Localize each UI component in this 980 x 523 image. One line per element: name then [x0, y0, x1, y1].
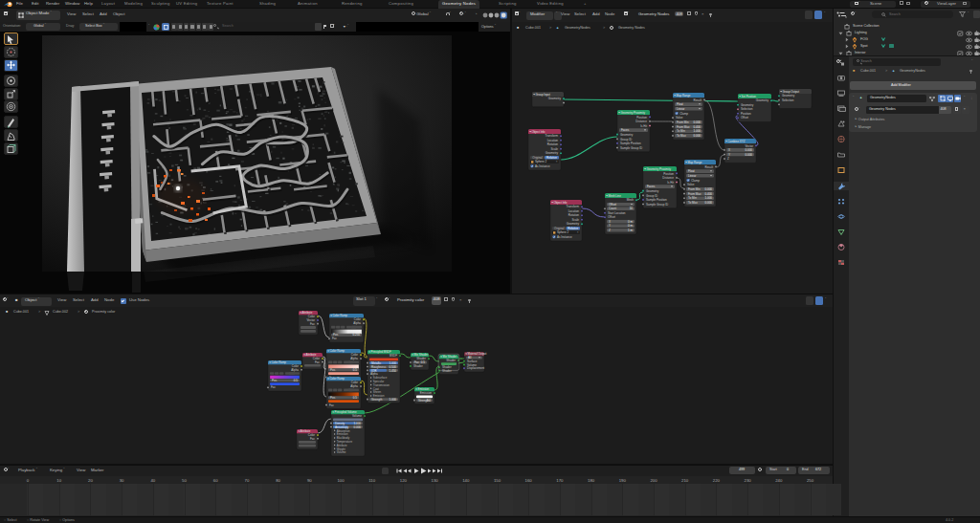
svg-text:×: × — [577, 230, 579, 234]
svg-text:BSDF: BSDF — [390, 354, 397, 358]
svg-text:Distance: Distance — [662, 176, 674, 180]
svg-text:From Min: From Min — [688, 187, 701, 191]
svg-text:Color Ramp: Color Ramp — [330, 349, 345, 353]
svg-text:Scale: Scale — [550, 147, 558, 151]
svg-text:0.000: 0.000 — [704, 187, 712, 191]
svg-text:Z: Z — [609, 229, 611, 232]
svg-text:Color Ramp: Color Ramp — [272, 360, 287, 364]
svg-text:Original: Original — [554, 227, 565, 230]
svg-text:Fac: Fac — [329, 403, 335, 407]
svg-text:Selection: Selection — [741, 107, 753, 111]
svg-text:Relative: Relative — [546, 156, 557, 160]
svg-text:X: X — [609, 220, 611, 224]
svg-text:0.5: 0.5 — [353, 368, 358, 372]
svg-text:1.000: 1.000 — [693, 129, 701, 133]
svg-text:Geometry: Geometry — [546, 151, 559, 155]
svg-text:Volume: Volume — [352, 414, 362, 418]
svg-text:Object Info: Object Info — [532, 130, 546, 134]
svg-text:Fac: Fac — [332, 337, 338, 340]
svg-text:Faces: Faces — [621, 128, 630, 132]
svg-text:Alpha: Alpha — [353, 321, 361, 325]
svg-text:Displacement: Displacement — [467, 366, 484, 370]
svg-text:Clamp: Clamp — [679, 112, 688, 116]
svg-text:1.0: 1.0 — [427, 399, 432, 403]
svg-text:Sphere 2: Sphere 2 — [535, 160, 547, 163]
svg-text:Pos: Pos — [330, 368, 336, 372]
svg-text:Z: Z — [727, 157, 729, 161]
svg-text:To Min: To Min — [677, 129, 685, 133]
svg-text:Fac: Fac — [315, 360, 321, 364]
svg-text:From Max: From Max — [688, 192, 702, 196]
svg-text:Material Output: Material Output — [468, 352, 487, 356]
svg-text:As Instance: As Instance — [557, 235, 572, 239]
svg-text:Group Input: Group Input — [536, 93, 550, 97]
svg-text:Emission: Emission — [420, 391, 433, 395]
svg-text:Scale: Scale — [571, 218, 579, 222]
svg-text:Offset: Offset — [609, 203, 616, 207]
svg-text:0.000: 0.000 — [745, 148, 752, 152]
svg-text:Position: Position — [636, 116, 647, 120]
svg-text:Emission: Emission — [418, 387, 430, 391]
svg-text:Fac: Fac — [310, 322, 316, 326]
svg-text:Linear: Linear — [677, 107, 684, 111]
svg-text:Alpha: Alpha — [350, 357, 358, 360]
svg-text:Geometry Proximity: Geometry Proximity — [647, 167, 672, 171]
svg-text:Start Location: Start Location — [608, 211, 626, 215]
svg-text:1 m: 1 m — [628, 229, 634, 232]
svg-text:Sphere 2: Sphere 2 — [557, 230, 569, 234]
svg-text:Alpha: Alpha — [291, 368, 299, 372]
svg-text:Float: Float — [677, 102, 683, 106]
svg-text:0.000: 0.000 — [693, 120, 701, 124]
svg-text:Group ID: Group ID — [646, 194, 658, 198]
svg-text:Count: Count — [609, 207, 616, 210]
svg-text:Y: Y — [609, 224, 611, 228]
svg-text:0.000: 0.000 — [693, 134, 701, 138]
svg-text:Clamp: Clamp — [691, 179, 700, 183]
svg-text:0.255: 0.255 — [352, 333, 360, 337]
svg-text:Geometry: Geometry — [548, 97, 562, 100]
svg-text:Sample Position: Sample Position — [646, 198, 667, 202]
svg-text:To Max: To Max — [688, 201, 698, 205]
svg-text:0.5: 0.5 — [353, 396, 358, 400]
svg-text:Volume: Volume — [337, 450, 346, 454]
svg-text:Rotation: Rotation — [547, 142, 559, 146]
svg-text:Combine XYZ: Combine XYZ — [728, 140, 746, 143]
svg-text:Shader: Shader — [446, 359, 456, 362]
svg-text:1.450: 1.450 — [389, 369, 396, 373]
svg-text:Geometry: Geometry — [567, 222, 580, 226]
svg-text:Mesh Line: Mesh Line — [609, 194, 622, 198]
svg-text:Set Position: Set Position — [742, 95, 757, 98]
svg-text:Location: Location — [547, 139, 559, 142]
svg-text:Map Range: Map Range — [688, 161, 702, 164]
svg-text:Result: Result — [704, 165, 713, 169]
svg-text:Group Output: Group Output — [783, 90, 800, 94]
svg-text:Principled Volume: Principled Volume — [335, 410, 358, 414]
svg-text:Pos: Pos — [272, 379, 278, 382]
svg-text:Relative: Relative — [568, 227, 578, 230]
svg-text:Mix Shader: Mix Shader — [414, 353, 429, 357]
svg-text:0.400: 0.400 — [704, 192, 712, 196]
svg-text:Offset: Offset — [608, 215, 615, 219]
svg-text:Attribute: Attribute — [301, 429, 311, 433]
svg-text:Transform: Transform — [545, 134, 558, 138]
svg-text:Sample Group ID: Sample Group ID — [620, 146, 643, 150]
svg-text:10: 10 — [630, 207, 634, 210]
svg-text:Geometry: Geometry — [741, 103, 754, 107]
svg-text:To Min: To Min — [688, 196, 697, 200]
svg-text:Location: Location — [568, 209, 580, 213]
svg-text:Position: Position — [663, 172, 674, 176]
svg-text:Sample Group ID: Sample Group ID — [646, 203, 669, 207]
svg-text:Float: Float — [688, 169, 695, 173]
svg-text:0.000: 0.000 — [353, 425, 361, 429]
svg-text:Geometry: Geometry — [756, 98, 769, 102]
svg-text:Is Hit: Is Hit — [640, 124, 647, 128]
svg-text:Original: Original — [532, 156, 543, 160]
svg-text:Geometry: Geometry — [620, 133, 634, 137]
svg-text:Shader: Shader — [442, 369, 452, 373]
svg-text:Color Ramp: Color Ramp — [330, 377, 345, 381]
svg-text:From Min: From Min — [677, 120, 689, 124]
svg-text:Sample Position: Sample Position — [620, 142, 641, 145]
svg-text:Mesh: Mesh — [627, 198, 635, 202]
svg-text:×: × — [556, 160, 558, 163]
svg-text:Fac: Fac — [310, 437, 316, 441]
